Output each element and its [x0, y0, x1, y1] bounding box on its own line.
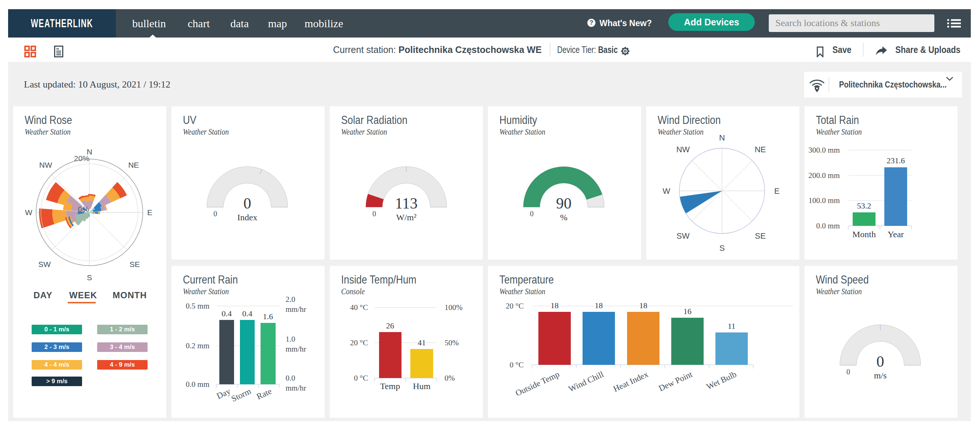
svg-text:Wind Chill: Wind Chill: [567, 369, 605, 394]
svg-text:90: 90: [556, 195, 571, 212]
svg-text:Temp: Temp: [380, 381, 400, 391]
svg-text:41: 41: [418, 338, 426, 347]
svg-text:Year: Year: [888, 230, 904, 239]
svg-text:E: E: [147, 208, 152, 217]
svg-text:SE: SE: [755, 231, 765, 241]
svg-text:26: 26: [386, 321, 394, 330]
svg-text:0: 0: [877, 353, 884, 370]
svg-text:11: 11: [727, 322, 735, 331]
svg-text:Day: Day: [215, 387, 232, 401]
svg-text:0 °C: 0 °C: [354, 374, 368, 382]
svg-text:NW: NW: [676, 145, 690, 154]
svg-text:0 °C: 0 °C: [510, 360, 524, 369]
svg-text:40 °C: 40 °C: [350, 303, 368, 312]
svg-text:0: 0: [213, 210, 217, 218]
svg-text:18: 18: [595, 301, 603, 310]
svg-text:Rate: Rate: [255, 387, 273, 401]
svg-text:Month: Month: [852, 230, 876, 239]
svg-text:0.2 mm: 0.2 mm: [186, 341, 209, 350]
svg-text:NE: NE: [755, 145, 766, 154]
svg-text:mm/hr: mm/hr: [286, 383, 306, 392]
svg-text:Index: Index: [237, 212, 258, 222]
svg-text:18: 18: [550, 301, 558, 310]
svg-text:1.6: 1.6: [263, 312, 273, 321]
svg-text:231.6: 231.6: [886, 156, 905, 165]
svg-text:0%: 0%: [78, 205, 89, 213]
svg-text:20%: 20%: [74, 154, 89, 163]
svg-text:W: W: [663, 187, 670, 196]
svg-text:0: 0: [243, 195, 251, 212]
svg-text:2.0: 2.0: [286, 295, 295, 304]
svg-text:53.2: 53.2: [857, 201, 872, 210]
svg-text:SW: SW: [38, 260, 51, 268]
svg-text:Storm: Storm: [230, 387, 253, 403]
svg-text:20 °C: 20 °C: [506, 301, 524, 311]
svg-text:20 °C: 20 °C: [350, 338, 368, 347]
svg-text:Heat Index: Heat Index: [612, 369, 650, 394]
svg-text:0.0 mm: 0.0 mm: [816, 221, 840, 230]
svg-text:NW: NW: [40, 161, 52, 169]
svg-text:S: S: [719, 244, 725, 253]
svg-text:113: 113: [395, 195, 417, 212]
svg-text:mm/hr: mm/hr: [286, 345, 306, 353]
svg-text:0.0 mm: 0.0 mm: [186, 380, 209, 389]
svg-text:0.4: 0.4: [221, 309, 232, 318]
svg-text:300.0 mm: 300.0 mm: [808, 146, 840, 154]
svg-text:m/s: m/s: [874, 371, 887, 380]
svg-text:Hum: Hum: [413, 381, 431, 391]
svg-text:W/m²: W/m²: [396, 212, 416, 222]
svg-text:0.0: 0.0: [286, 374, 295, 382]
svg-text:16: 16: [683, 307, 692, 316]
svg-text:Outside Temp: Outside Temp: [514, 369, 561, 398]
svg-text:SW: SW: [676, 231, 690, 241]
svg-text:1.0: 1.0: [286, 334, 295, 344]
svg-text:NE: NE: [128, 161, 139, 169]
svg-text:Dew Point: Dew Point: [657, 369, 694, 393]
svg-text:0: 0: [530, 210, 534, 218]
svg-text:SE: SE: [130, 260, 140, 268]
svg-text:18: 18: [639, 301, 648, 310]
svg-text:50%: 50%: [445, 338, 459, 347]
svg-text:200.0 mm: 200.0 mm: [808, 171, 840, 180]
svg-text:100.0 mm: 100.0 mm: [808, 196, 840, 205]
svg-text:%: %: [560, 212, 568, 222]
svg-text:S: S: [87, 273, 92, 282]
svg-text:0%: 0%: [445, 374, 455, 382]
svg-text:Wet Bulb: Wet Bulb: [705, 369, 738, 391]
svg-text:0: 0: [846, 368, 850, 376]
svg-text:mm/hr: mm/hr: [286, 305, 306, 314]
svg-text:E: E: [774, 187, 780, 196]
svg-text:100%: 100%: [445, 303, 463, 312]
svg-text:0: 0: [372, 210, 376, 218]
svg-text:N: N: [719, 133, 725, 142]
svg-text:W: W: [25, 208, 32, 217]
svg-text:0.4: 0.4: [242, 309, 253, 318]
svg-text:0.5 mm: 0.5 mm: [186, 301, 209, 311]
